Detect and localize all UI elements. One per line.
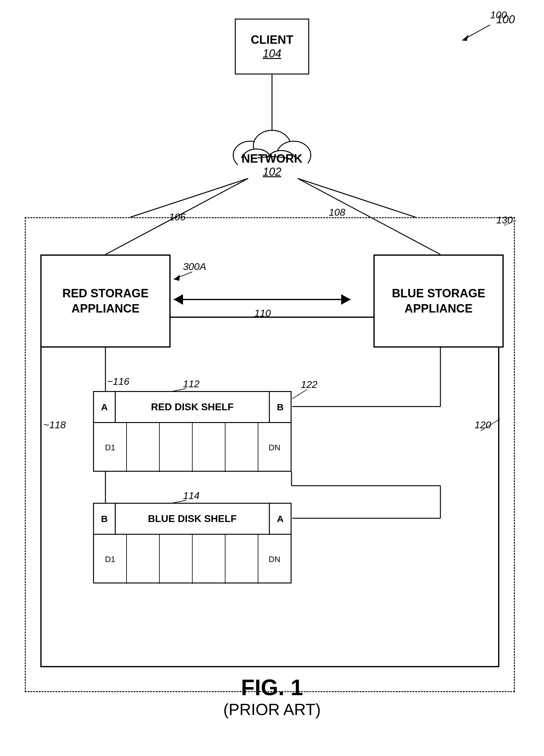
blue-disk-d1: D1 [94,535,127,584]
ref-100-label: 100 [490,9,507,21]
red-disk-d1: D1 [94,423,127,472]
red-shelf-port-b: B [269,392,290,422]
svg-text:108: 108 [329,207,345,218]
red-disk-4 [193,423,226,472]
network-label-group: NETWORK 102 [242,152,302,178]
blue-disk-3 [160,535,193,584]
blue-disk-4 [193,535,226,584]
client-ref: 104 [263,47,281,60]
client-box: CLIENT 104 [235,19,309,74]
fig-label: FIG. 1 (PRIOR ART) [223,675,321,719]
network-ref: 102 [263,165,281,178]
prior-art-label: (PRIOR ART) [223,700,321,718]
blue-disk-dn: DN [259,535,290,584]
blue-shelf-name: BLUE DISK SHELF [116,513,269,524]
inner-box [40,317,499,667]
red-storage-label: RED STORAGEAPPLIANCE [62,286,149,317]
red-disk-shelf: A RED DISK SHELF B D1 DN [93,391,291,472]
red-shelf-name: RED DISK SHELF [116,401,269,413]
fig-number: FIG. 1 [241,675,303,700]
blue-disk-shelf: B BLUE DISK SHELF A D1 DN [93,503,291,583]
blue-disk-2 [127,535,160,584]
blue-shelf-port-b: B [94,504,116,534]
blue-shelf-port-a: A [269,504,290,534]
diagram-container: 100 106 108 [0,0,544,756]
blue-storage-appliance-box: BLUE STORAGEAPPLIANCE [373,254,504,348]
red-shelf-port-a: A [94,392,116,422]
svg-marker-2 [462,35,468,41]
blue-storage-label: BLUE STORAGEAPPLIANCE [392,286,485,317]
svg-line-0 [462,25,490,40]
red-disk-2 [127,423,160,472]
red-storage-appliance-box: RED STORAGEAPPLIANCE [40,254,171,348]
svg-line-12 [298,178,416,217]
red-disk-3 [160,423,193,472]
svg-line-11 [130,178,248,217]
red-disk-5 [226,423,259,472]
network-label: NETWORK [242,152,302,165]
red-disk-dn: DN [259,423,290,472]
blue-disk-5 [226,535,259,584]
client-label: CLIENT [251,33,293,47]
